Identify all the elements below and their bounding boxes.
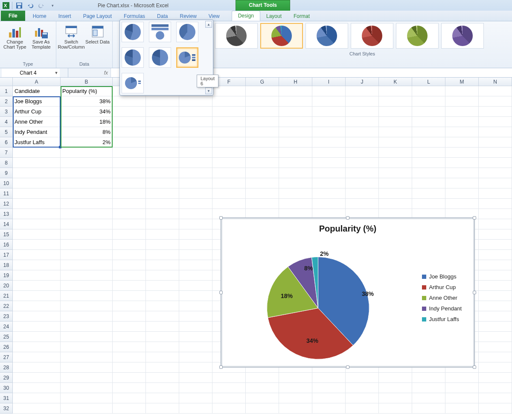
cell-B26[interactable] <box>61 342 113 352</box>
scroll-up-icon[interactable]: ▲ <box>205 21 212 28</box>
cell-N9[interactable] <box>479 168 512 178</box>
cell-L29[interactable] <box>412 373 445 383</box>
cell-M31[interactable] <box>445 393 479 403</box>
cell-I29[interactable] <box>312 373 346 383</box>
chart-layout-6[interactable] <box>176 47 198 68</box>
cell-A7[interactable] <box>13 148 61 158</box>
cell-G31[interactable] <box>246 393 279 403</box>
cell-A8[interactable] <box>13 158 61 168</box>
cell-L30[interactable] <box>412 383 445 393</box>
cell-D23[interactable] <box>146 311 179 322</box>
save-as-template-button[interactable]: Save As Template <box>29 23 54 49</box>
chart-layout-5[interactable] <box>149 47 171 68</box>
scroll-down-icon[interactable]: ▼ <box>205 87 212 94</box>
cell-N24[interactable] <box>479 322 512 332</box>
cell-D20[interactable] <box>146 281 179 291</box>
cell-A12[interactable] <box>13 199 61 209</box>
cell-M6[interactable] <box>445 137 479 148</box>
cell-C32[interactable] <box>113 403 146 414</box>
cell-J32[interactable] <box>346 403 379 414</box>
cell-E2[interactable] <box>179 96 212 107</box>
row-header-31[interactable]: 31 <box>0 393 13 403</box>
cell-D5[interactable] <box>146 127 179 137</box>
cell-I30[interactable] <box>312 383 346 393</box>
legend-item-3[interactable]: Indy Pendant <box>422 305 462 312</box>
cell-F31[interactable] <box>212 393 246 403</box>
cell-C6[interactable] <box>113 137 146 148</box>
cell-B3[interactable]: 34% <box>61 107 113 117</box>
cell-N17[interactable] <box>479 250 512 260</box>
cell-D21[interactable] <box>146 291 179 301</box>
cell-B11[interactable] <box>61 188 113 199</box>
cell-J12[interactable] <box>346 199 379 209</box>
cell-M10[interactable] <box>445 178 479 188</box>
cell-M11[interactable] <box>445 188 479 199</box>
cell-N1[interactable] <box>479 86 512 96</box>
cell-G7[interactable] <box>246 148 279 158</box>
cell-F3[interactable] <box>212 107 246 117</box>
cell-F12[interactable] <box>212 199 246 209</box>
cell-E3[interactable] <box>179 107 212 117</box>
row-header-24[interactable]: 24 <box>0 322 13 332</box>
chart-style-3[interactable] <box>305 23 348 49</box>
row-header-26[interactable]: 26 <box>0 342 13 352</box>
cell-A24[interactable] <box>13 322 61 332</box>
cell-N15[interactable] <box>479 229 512 240</box>
cell-E14[interactable] <box>179 219 212 229</box>
row-header-7[interactable]: 7 <box>0 148 13 158</box>
row-header-14[interactable]: 14 <box>0 219 13 229</box>
cell-B17[interactable] <box>61 250 113 260</box>
cell-J7[interactable] <box>346 148 379 158</box>
cell-B5[interactable]: 8% <box>61 127 113 137</box>
cell-N3[interactable] <box>479 107 512 117</box>
tab-file[interactable]: File <box>1 11 25 21</box>
cell-E24[interactable] <box>179 322 212 332</box>
cell-N21[interactable] <box>479 291 512 301</box>
cell-B28[interactable] <box>61 362 113 373</box>
cell-C20[interactable] <box>113 281 146 291</box>
cell-B29[interactable] <box>61 373 113 383</box>
cell-B4[interactable]: 18% <box>61 117 113 127</box>
cell-E17[interactable] <box>179 250 212 260</box>
cell-L3[interactable] <box>412 107 445 117</box>
cell-A22[interactable] <box>13 301 61 311</box>
cell-B30[interactable] <box>61 383 113 393</box>
cell-E9[interactable] <box>179 168 212 178</box>
cell-A29[interactable] <box>13 373 61 383</box>
cell-J1[interactable] <box>346 86 379 96</box>
cell-C8[interactable] <box>113 158 146 168</box>
cell-E26[interactable] <box>179 342 212 352</box>
row-header-5[interactable]: 5 <box>0 127 13 137</box>
tab-home[interactable]: Home <box>27 12 52 21</box>
cell-H31[interactable] <box>279 393 312 403</box>
cell-J29[interactable] <box>346 373 379 383</box>
cell-D2[interactable] <box>146 96 179 107</box>
cell-G5[interactable] <box>246 127 279 137</box>
cell-K10[interactable] <box>379 178 412 188</box>
cell-K12[interactable] <box>379 199 412 209</box>
cell-D27[interactable] <box>146 352 179 362</box>
row-header-10[interactable]: 10 <box>0 178 13 188</box>
cell-M29[interactable] <box>445 373 479 383</box>
cell-C12[interactable] <box>113 199 146 209</box>
cell-C14[interactable] <box>113 219 146 229</box>
cell-B16[interactable] <box>61 240 113 250</box>
cell-E5[interactable] <box>179 127 212 137</box>
cell-D19[interactable] <box>146 270 179 281</box>
cell-N2[interactable] <box>479 96 512 107</box>
cell-G32[interactable] <box>246 403 279 414</box>
cell-D13[interactable] <box>146 209 179 219</box>
cell-C22[interactable] <box>113 301 146 311</box>
cell-C9[interactable] <box>113 168 146 178</box>
cell-N10[interactable] <box>479 178 512 188</box>
cell-A14[interactable] <box>13 219 61 229</box>
name-box-input[interactable] <box>2 69 53 77</box>
chart-style-1[interactable] <box>215 23 258 49</box>
cell-I4[interactable] <box>312 117 346 127</box>
cell-H10[interactable] <box>279 178 312 188</box>
cell-F1[interactable] <box>212 86 246 96</box>
cell-B32[interactable] <box>61 403 113 414</box>
cell-N27[interactable] <box>479 352 512 362</box>
cell-K2[interactable] <box>379 96 412 107</box>
cell-D10[interactable] <box>146 178 179 188</box>
